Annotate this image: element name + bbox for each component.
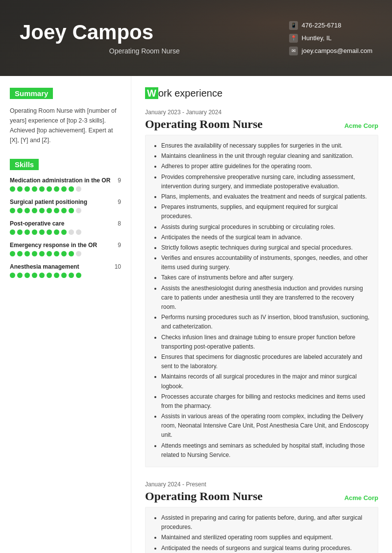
- job-entry: January 2024 - PresentOperating Room Nur…: [145, 481, 378, 553]
- skill-dots: [10, 251, 121, 256]
- skill-dot: [32, 251, 37, 256]
- skill-dot: [17, 251, 23, 256]
- skill-dot: [76, 251, 81, 256]
- skill-dot: [17, 186, 23, 192]
- skill-dots: [10, 229, 121, 235]
- skill-dot: [61, 208, 67, 213]
- header-left: Joey Campos Operating Room Nurse: [20, 21, 289, 54]
- skill-dot: [47, 229, 52, 235]
- skill-dot: [69, 229, 74, 235]
- skills-section: Skills Medication administration in the …: [10, 159, 121, 278]
- bullet-item: Performs nursing procedures such as IV i…: [161, 313, 370, 331]
- skill-dot: [24, 229, 30, 235]
- jobs-list: January 2023 - January 2024Operating Roo…: [145, 109, 378, 553]
- skill-dot: [47, 251, 52, 256]
- bullet-item: Processes accurate charges for billing a…: [161, 392, 370, 411]
- skill-score: 9: [118, 242, 121, 249]
- skill-score: 8: [118, 220, 121, 227]
- skill-dot: [10, 251, 15, 256]
- skill-dot: [54, 251, 59, 256]
- bullet-item: Takes care of instruments before and aft…: [161, 273, 370, 282]
- skills-label: Skills: [10, 159, 39, 170]
- skill-dot: [17, 208, 23, 213]
- skill-dots: [10, 208, 121, 213]
- skill-dot: [32, 229, 37, 235]
- skill-name: Anesthesia management: [10, 263, 79, 270]
- job-company: Acme Corp: [344, 494, 378, 502]
- bullet-item: Attends meetings and seminars as schedul…: [161, 441, 370, 460]
- bullet-item: Assists the anesthesiologist during anes…: [161, 284, 370, 312]
- candidate-name: Joey Campos: [20, 21, 289, 44]
- bullet-item: Maintained and sterilized operating room…: [161, 533, 370, 542]
- skill-dot: [17, 229, 23, 235]
- skill-dot: [76, 229, 81, 235]
- phone-icon: 📱: [289, 21, 298, 30]
- skill-dot: [61, 251, 67, 256]
- bullet-item: Assisted in preparing and caring for pat…: [161, 513, 370, 532]
- skill-dot: [54, 229, 59, 235]
- bullet-item: Anticipated the needs of surgeons and su…: [161, 544, 370, 553]
- job-bullets: Ensures the availability of necessary su…: [145, 135, 378, 467]
- contact-email: ✉ joey.campos@email.com: [289, 47, 372, 55]
- skill-dot: [39, 273, 45, 278]
- skill-item: Surgical patient positioning9: [10, 199, 121, 213]
- job-bullets: Assisted in preparing and caring for pat…: [145, 507, 378, 553]
- contact-phone: 📱 476-225-6718: [289, 21, 372, 30]
- work-experience-heading: Work experience: [145, 88, 378, 99]
- job-date: January 2023 - January 2024: [145, 109, 378, 116]
- bullet-item: Ensures that specimens for diagnostic pr…: [161, 352, 370, 371]
- skill-dot: [39, 251, 45, 256]
- skill-dot: [10, 208, 15, 213]
- skill-name: Emergency response in the OR: [10, 242, 97, 249]
- bullet-item: Assists during surgical procedures in sc…: [161, 223, 370, 232]
- skill-dot: [39, 186, 45, 192]
- skill-dots: [10, 186, 121, 192]
- bullet-item: Assists in various areas of the operatin…: [161, 412, 370, 440]
- skill-dot: [69, 186, 74, 192]
- summary-label: Summary: [10, 88, 53, 99]
- skill-dot: [54, 273, 59, 278]
- content-area: Work experience January 2023 - January 2…: [131, 76, 392, 553]
- skill-dot: [61, 273, 67, 278]
- bullet-item: Plans, implements, and evaluates the tre…: [161, 192, 370, 201]
- skill-dot: [47, 186, 52, 192]
- skill-dot: [76, 273, 81, 278]
- main-content: Summary Operating Room Nurse with [numbe…: [0, 76, 392, 553]
- skill-dot: [61, 186, 67, 192]
- skill-dot: [61, 229, 67, 235]
- skill-dot: [76, 208, 81, 213]
- skill-dot: [69, 273, 74, 278]
- bullet-item: Verifies and ensures accountability of i…: [161, 253, 370, 272]
- page-header: Joey Campos Operating Room Nurse 📱 476-2…: [0, 0, 392, 76]
- contact-location: 📍 Huntley, IL: [289, 34, 372, 43]
- skill-dot: [54, 186, 59, 192]
- skill-item: Post-operative care8: [10, 220, 121, 235]
- skill-item: Emergency response in the OR9: [10, 242, 121, 256]
- bullet-item: Checks infusion lines and drainage tubin…: [161, 333, 370, 352]
- skill-dot: [39, 229, 45, 235]
- bullet-item: Maintains records of all surgical proced…: [161, 372, 370, 391]
- bullet-item: Ensures the availability of necessary su…: [161, 141, 370, 151]
- skill-dot: [47, 273, 52, 278]
- bullet-item: Anticipates the needs of the surgical te…: [161, 233, 370, 242]
- bullet-item: Provides comprehensive preoperative nurs…: [161, 173, 370, 191]
- skill-name: Post-operative care: [10, 220, 64, 227]
- bullet-item: Maintains cleanliness in the unit throug…: [161, 151, 370, 161]
- sidebar: Summary Operating Room Nurse with [numbe…: [0, 76, 131, 553]
- job-entry: January 2023 - January 2024Operating Roo…: [145, 109, 378, 467]
- skill-dot: [10, 186, 15, 192]
- bullet-item: Prepares instruments, supplies, and equi…: [161, 202, 370, 221]
- candidate-title: Operating Room Nurse: [0, 47, 289, 55]
- email-icon: ✉: [289, 47, 298, 55]
- bullet-item: Adheres to proper attire guidelines for …: [161, 162, 370, 171]
- skill-item: Medication administration in the OR9: [10, 177, 121, 192]
- bullet-item: Strictly follows aseptic techniques duri…: [161, 243, 370, 252]
- skill-score: 9: [118, 199, 121, 205]
- skill-dot: [54, 208, 59, 213]
- skill-dot: [47, 208, 52, 213]
- skill-dot: [32, 273, 37, 278]
- summary-text: Operating Room Nurse with [number of yea…: [10, 106, 121, 145]
- skill-score: 9: [118, 177, 121, 184]
- job-company: Acme Corp: [344, 122, 378, 129]
- skill-dot: [10, 273, 15, 278]
